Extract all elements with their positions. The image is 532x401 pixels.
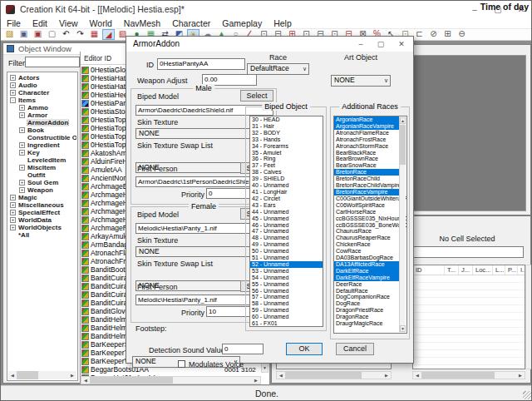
race-item[interactable]: CartHorseRace [334, 209, 399, 215]
tree-expander-icon[interactable]: + [10, 210, 16, 215]
biped-object-item[interactable]: 34 - Forearms [250, 143, 323, 150]
tree-item[interactable]: + Armor [8, 111, 76, 119]
biped-object-item[interactable]: 60 - Unnamed [250, 314, 323, 320]
biped-object-item[interactable]: 52 - Unnamed [250, 261, 323, 268]
tree-expander-icon[interactable]: + [10, 90, 16, 96]
race-item[interactable]: DeerRace [334, 281, 399, 288]
race-item[interactable]: AtronachStormRace [334, 143, 399, 150]
scroll-right-icon[interactable]: ▶ [382, 372, 391, 379]
biped-object-item[interactable]: 49 - Unnamed [250, 241, 323, 248]
dialog-titlebar[interactable]: ArmorAddon – ▢ ✕ [126, 37, 413, 52]
tree-item[interactable]: + WorldObjects [8, 224, 76, 231]
tree-item[interactable]: + Character [8, 89, 76, 97]
biped-object-item[interactable]: 42 - Circlet [250, 196, 323, 202]
tree-expander-icon[interactable]: + [19, 165, 25, 171]
menu-item[interactable]: View [53, 18, 84, 28]
biped-object-item[interactable]: 53 - Unnamed [250, 268, 323, 275]
id-input[interactable]: 0HestiaPantyAA [157, 58, 245, 70]
race-item[interactable]: C06WolfSpiritRace [334, 202, 399, 209]
column-header[interactable]: ID [413, 265, 445, 275]
scroll-down-icon[interactable]: ▼ [400, 325, 406, 332]
biped-object-item[interactable]: 36 - Ring [250, 156, 323, 162]
menu-item[interactable]: World [84, 18, 118, 28]
cell-objects-pane[interactable]: IDT...J...Loc...L...P...I... [412, 265, 525, 369]
snap-grid-icon[interactable]: ▦ [88, 29, 101, 40]
scroll-left-icon[interactable]: ◀ [8, 371, 17, 379]
tree-item[interactable]: + SpecialEffect [8, 209, 76, 216]
art-object-dropdown[interactable]: NONE [331, 75, 391, 87]
biped-object-item[interactable]: 40 - Unnamed [250, 182, 323, 189]
biped-object-item[interactable]: 54 - Unnamed [250, 275, 323, 281]
save-icon[interactable]: ▣ [17, 29, 30, 40]
undo-icon[interactable]: ↶ [60, 29, 72, 40]
biped-object-item[interactable]: 58 - Unnamed [250, 300, 323, 307]
column-header[interactable]: P... [505, 265, 518, 275]
biped-object-item[interactable]: 47 - Unnamed [250, 228, 323, 235]
stop-icon[interactable]: ⊖ [456, 29, 468, 40]
tree-expander-icon[interactable]: + [10, 195, 16, 200]
race-item[interactable]: BearSnowRace [334, 162, 399, 169]
version-control-icon[interactable]: ▣ [32, 29, 44, 40]
tree-item[interactable]: Outfit [8, 171, 76, 179]
biped-object-item[interactable]: 55 - Unnamed [250, 281, 323, 288]
tree-expander-icon[interactable]: + [10, 225, 16, 230]
biped-object-item[interactable]: 43 - Ears [250, 202, 323, 209]
window-c-icon[interactable]: ⊏ [413, 29, 426, 40]
tree-item[interactable]: Constructible Object [8, 134, 76, 141]
biped-object-item[interactable]: 30 - HEAD [250, 116, 323, 123]
tree-expander-icon[interactable]: + [19, 150, 25, 156]
race-item[interactable]: BearBlackRace [334, 150, 399, 156]
race-item[interactable]: DarkElfRaceVampire [334, 275, 399, 281]
tree-expander-icon[interactable]: + [10, 217, 16, 223]
maximize-icon[interactable]: ▢ [372, 39, 389, 50]
tree-expander-icon[interactable]: + [19, 112, 25, 118]
cell-filter-input[interactable] [412, 246, 524, 258]
cell-objects-vscrollbar[interactable] [525, 265, 532, 369]
race-item[interactable]: ChickenRace [334, 241, 399, 248]
biped-object-item[interactable]: 35 - Amulet [250, 150, 323, 156]
cell-list-hscrollbar[interactable]: ◀ ▶ [276, 371, 392, 379]
race-item[interactable]: DogCompanionRace [334, 294, 399, 300]
tree-expander-icon[interactable]: + [19, 105, 25, 111]
race-item[interactable]: DragonPriestRace [334, 307, 399, 314]
redo-icon[interactable]: ↷ [74, 29, 86, 40]
biped-object-item[interactable]: 56 - Unnamed [250, 288, 323, 295]
tree-item[interactable]: + Key [8, 149, 76, 156]
menu-item[interactable]: Help [268, 18, 298, 28]
biped-object-item[interactable]: 32 - BODY [250, 130, 323, 136]
tree-item[interactable]: - Items [8, 97, 76, 104]
scroll-left-icon[interactable]: ◀ [81, 377, 90, 384]
tree-item[interactable]: + WorldData [8, 216, 76, 224]
tree-expander-icon[interactable]: + [19, 142, 25, 148]
tree-item[interactable]: + Soul Gem [8, 179, 76, 186]
biped-object-item[interactable]: 61 - FX01 [250, 320, 323, 327]
race-dropdown[interactable]: DefaultRace [247, 63, 309, 75]
modulates-voice-checkbox[interactable] [178, 360, 185, 368]
resize-grip[interactable] [523, 391, 531, 399]
ok-button[interactable]: OK [286, 343, 323, 355]
race-item[interactable]: DraugrMagicRace [334, 320, 399, 327]
biped-object-item[interactable]: 50 - Unnamed [250, 248, 323, 255]
tree-expander-icon[interactable]: + [19, 187, 25, 193]
preferences-icon[interactable]: ▢ [46, 29, 58, 40]
biped-object-item[interactable]: 44 - Unnamed [250, 209, 323, 215]
biped-object-item[interactable]: 38 - Calves [250, 169, 323, 176]
tree-hscrollbar[interactable]: ◀ ▶ [8, 371, 76, 379]
window-o-icon[interactable]: ⊘ [427, 29, 440, 40]
biped-object-item[interactable]: 31 - Hair [250, 123, 323, 130]
tree-item[interactable]: LeveledItem [8, 156, 76, 164]
scroll-right-icon[interactable]: ▶ [516, 372, 525, 379]
race-item[interactable]: ChaurusReaperRace [334, 235, 399, 241]
tree-item[interactable]: + Ammo [8, 104, 76, 111]
race-item[interactable]: BearBrownRace [334, 156, 399, 162]
tree-item[interactable]: + MiscItem [8, 164, 76, 171]
race-item[interactable]: BretonRace [334, 169, 399, 176]
race-item[interactable]: AtronachFrostRace [334, 136, 399, 143]
race-item[interactable]: ArgonianRace [334, 116, 399, 123]
tree-item[interactable]: + Actors [8, 74, 76, 82]
tree-expander-icon[interactable]: + [10, 202, 16, 208]
select-button[interactable]: Select [240, 90, 273, 101]
menu-item[interactable]: NavMesh [118, 18, 166, 28]
biped-object-item[interactable]: 41 - LongHair [250, 189, 323, 196]
window-w-icon[interactable]: ⊞ [441, 29, 454, 40]
